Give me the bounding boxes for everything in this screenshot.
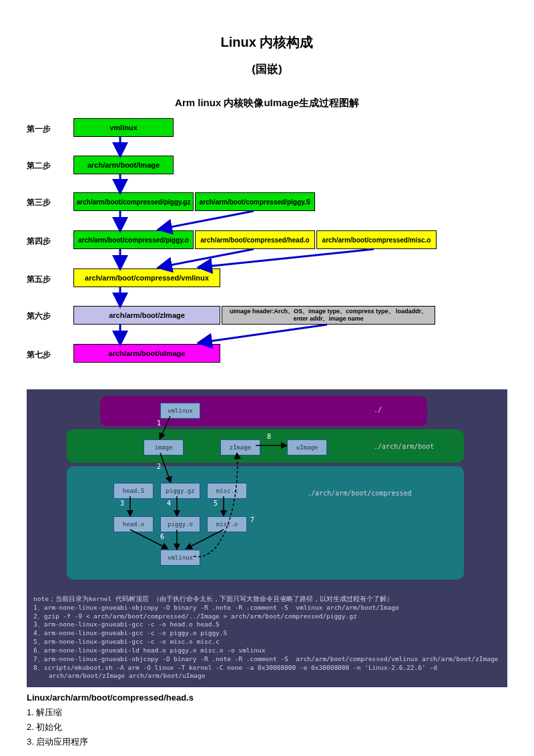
body-line-3: 3. 启动应用程序 — [27, 735, 507, 749]
box-uimage-header: uImage header:Arch、OS、image type、compres… — [222, 306, 435, 325]
node-piggy-gz: piggy.gz — [160, 483, 200, 499]
step-4-label: 第四步 — [27, 236, 51, 247]
svg-line-6 — [200, 249, 374, 267]
step-5-label: 第五步 — [27, 274, 51, 285]
label-root: ./ — [374, 406, 382, 413]
edge-3: 3 — [120, 500, 124, 507]
box-vmlinux: vmlinux — [73, 118, 174, 137]
box-uimage: arch/arm/boot/uImage — [73, 344, 220, 363]
body-line-2: 2. 初始化 — [27, 720, 507, 735]
node-vmlinux-bottom: vmlinux — [160, 550, 200, 566]
page-subtitle: (国嵌) — [27, 61, 507, 77]
node-image: image — [144, 439, 184, 455]
node-misc-c: misc.c — [207, 483, 247, 499]
node-head-o: head.o — [113, 516, 154, 532]
svg-line-5 — [160, 249, 254, 267]
node-vmlinux-top: vmlinux — [160, 403, 200, 419]
box-piggy-s: arch/arm/boot/compressed/piggy.S — [195, 192, 315, 211]
box-piggy-gz: arch/arm/boot/compressed/piggy.gz — [73, 192, 194, 211]
page-title: Linux 内核构成 — [27, 33, 507, 51]
uimage-flow-diagram: Arm linux 内核映像uImage生成过程图解 第一步 第二步 第三步 第… — [27, 97, 507, 384]
build-tree-diagram: vmlinux image zImage uImage head.S piggy… — [27, 389, 507, 687]
body-head-path: Linux/arch/arm/boot/compressed/head.s — [27, 691, 507, 705]
label-compressed: ./arch/arm/boot/compressed — [307, 490, 412, 497]
edge-6: 6 — [160, 533, 164, 540]
edge-4: 4 — [167, 500, 171, 507]
diagram1-title: Arm linux 内核映像uImage生成过程图解 — [27, 97, 507, 110]
edge-8: 8 — [267, 433, 271, 440]
node-zimage: zImage — [220, 439, 260, 455]
step-1-label: 第一步 — [27, 124, 51, 135]
box-compressed-vmlinux: arch/arm/boot/compressed/vmlinux — [73, 268, 220, 287]
step-6-label: 第六步 — [27, 311, 51, 322]
build-notes-terminal: note：当前目录为kernel 代码树顶层 （由于执行命令太长，下面只写大致命… — [27, 590, 507, 687]
node-piggy-o: piggy.o — [160, 516, 200, 532]
step-2-label: 第二步 — [27, 160, 51, 172]
step-7-label: 第七步 — [27, 349, 51, 361]
node-head-s: head.S — [113, 483, 154, 499]
edge-5: 5 — [214, 500, 218, 507]
box-misc-o: arch/arm/boot/compressed/misc.o — [316, 230, 437, 249]
svg-line-3 — [160, 211, 254, 229]
box-head-o: arch/arm/boot/compressed/head.o — [195, 230, 315, 249]
edge-1: 1 — [157, 419, 161, 427]
node-uimage: uImage — [287, 439, 327, 455]
node-misc-o: misc.o — [207, 516, 247, 532]
edge-2: 2 — [157, 463, 161, 470]
box-zimage: arch/arm/boot/zImage — [73, 306, 220, 325]
svg-line-9 — [200, 325, 327, 343]
body-line-1: 1. 解压缩 — [27, 705, 507, 720]
label-archboot: ./arch/arm/boot — [374, 443, 434, 450]
edge-7: 7 — [250, 516, 254, 524]
box-piggy-o: arch/arm/boot/compressed/piggy.o — [73, 230, 194, 249]
step-3-label: 第三步 — [27, 197, 51, 208]
box-image: arch/arm/boot/Image — [73, 156, 174, 174]
body-text: Linux/arch/arm/boot/compressed/head.s 1.… — [27, 691, 507, 749]
